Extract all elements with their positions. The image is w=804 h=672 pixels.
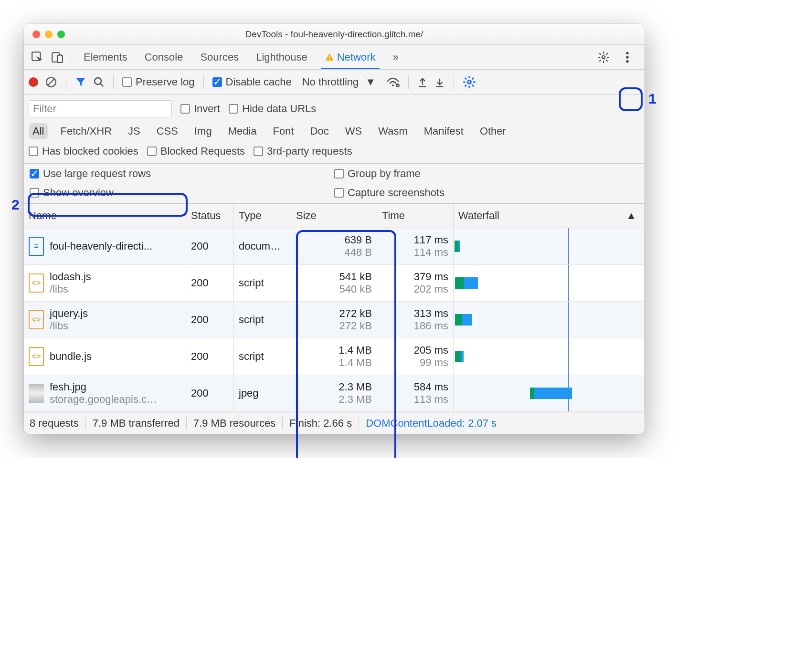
request-path: /libs	[50, 320, 88, 332]
time-cell: 313 ms186 ms	[377, 302, 454, 338]
status-cell: 200	[186, 302, 234, 338]
clear-icon[interactable]	[45, 76, 57, 88]
request-name: bundle.js	[50, 350, 92, 363]
disable-cache-checkbox[interactable]: ✓Disable cache	[212, 76, 292, 88]
tab-lighthouse[interactable]: Lighthouse	[247, 45, 316, 69]
type-cell: docum…	[234, 228, 291, 264]
capture-screenshots-checkbox[interactable]: Capture screenshots	[334, 187, 639, 199]
device-toggle-icon[interactable]	[48, 45, 67, 69]
invert-checkbox[interactable]: Invert	[180, 103, 220, 115]
tab-console[interactable]: Console	[136, 45, 192, 69]
filter-media[interactable]: Media	[224, 123, 261, 139]
titlebar: DevTools - foul-heavenly-direction.glitc…	[24, 24, 645, 45]
minimize-window-button[interactable]	[45, 31, 53, 38]
filter-input[interactable]: Filter	[29, 100, 172, 117]
network-toolbar: Preserve log ✓Disable cache No throttlin…	[24, 70, 645, 94]
table-row[interactable]: <> lodash.js/libs 200 script 541 kB540 k…	[24, 265, 645, 302]
network-summary: 8 requests 7.9 MB transferred 7.9 MB res…	[24, 412, 645, 434]
filter-all[interactable]: All	[29, 123, 48, 139]
col-waterfall[interactable]: Waterfall▲	[454, 204, 645, 228]
window-title: DevTools - foul-heavenly-direction.glitc…	[24, 29, 645, 40]
col-type[interactable]: Type	[234, 204, 291, 228]
time-cell: 117 ms114 ms	[377, 228, 454, 264]
group-by-frame-checkbox[interactable]: Group by frame	[334, 168, 639, 180]
warning-icon	[325, 52, 334, 62]
filter-manifest[interactable]: Manifest	[420, 123, 467, 139]
status-cell: 200	[186, 375, 234, 411]
window-traffic-lights	[24, 31, 65, 38]
tab-elements[interactable]: Elements	[75, 45, 136, 69]
col-size[interactable]: Size	[291, 204, 377, 228]
svg-rect-3	[329, 55, 330, 58]
type-cell: script	[234, 265, 291, 301]
svg-point-13	[392, 84, 394, 86]
blocked-requests-checkbox[interactable]: Blocked Requests	[147, 145, 245, 158]
export-har-icon[interactable]	[434, 77, 445, 87]
summary-finish: Finish: 2.66 s	[289, 417, 352, 430]
tab-network[interactable]: Network	[316, 45, 384, 69]
tab-sources[interactable]: Sources	[191, 45, 247, 69]
resource-type-filters: All Fetch/XHR JS CSS Img Media Font Doc …	[29, 120, 640, 142]
devtools-window: DevTools - foul-heavenly-direction.glitc…	[24, 24, 645, 434]
table-row[interactable]: <> bundle.js 200 script 1.4 MB1.4 MB 205…	[24, 338, 645, 375]
record-button[interactable]	[29, 77, 38, 87]
close-window-button[interactable]	[32, 31, 40, 38]
table-row[interactable]: ≡ foul-heavenly-directi... 200 docum… 63…	[24, 228, 645, 265]
search-icon[interactable]	[93, 76, 105, 88]
filter-ws[interactable]: WS	[341, 123, 366, 139]
status-cell: 200	[186, 228, 234, 264]
has-blocked-cookies-checkbox[interactable]: Has blocked cookies	[29, 145, 138, 158]
type-cell: jpeg	[234, 375, 291, 411]
col-name[interactable]: Name	[24, 204, 186, 228]
throttling-select[interactable]: No throttling ▼	[298, 75, 380, 89]
svg-point-17	[468, 80, 471, 84]
svg-rect-2	[57, 55, 63, 62]
filter-fetchxhr[interactable]: Fetch/XHR	[56, 123, 116, 139]
time-cell: 205 ms99 ms	[377, 338, 454, 375]
filter-doc[interactable]: Doc	[307, 123, 333, 139]
size-cell: 2.3 MB2.3 MB	[291, 375, 377, 411]
import-har-icon[interactable]	[417, 77, 428, 87]
type-cell: script	[234, 302, 291, 338]
svg-point-7	[626, 56, 628, 58]
col-time[interactable]: Time	[377, 204, 454, 228]
svg-point-6	[626, 52, 628, 54]
preserve-log-checkbox[interactable]: Preserve log	[122, 76, 195, 88]
waterfall-cell	[454, 302, 645, 338]
file-type-icon: ≡	[29, 237, 44, 256]
zoom-window-button[interactable]	[57, 31, 65, 38]
file-type-icon: <>	[29, 347, 44, 366]
file-type-icon: <>	[29, 273, 44, 293]
col-status[interactable]: Status	[186, 204, 234, 228]
filter-js[interactable]: JS	[124, 123, 144, 139]
filter-img[interactable]: Img	[190, 123, 216, 139]
network-conditions-icon[interactable]	[386, 77, 400, 87]
table-row[interactable]: fesh.jpgstorage.googleapis.c… 200 jpeg 2…	[24, 375, 645, 412]
filter-wasm[interactable]: Wasm	[374, 123, 412, 139]
filter-other[interactable]: Other	[476, 123, 510, 139]
tabs-overflow[interactable]: »	[384, 45, 407, 69]
panel-tabs: Elements Console Sources Lighthouse Netw…	[75, 45, 593, 69]
waterfall-cell	[454, 375, 645, 411]
third-party-checkbox[interactable]: 3rd-party requests	[254, 145, 352, 158]
filter-icon[interactable]	[75, 76, 86, 88]
disable-cache-label: Disable cache	[226, 76, 292, 88]
hide-data-urls-checkbox[interactable]: Hide data URLs	[229, 103, 316, 115]
settings-icon[interactable]	[594, 51, 613, 63]
kebab-menu-icon[interactable]	[618, 51, 637, 63]
divider	[71, 51, 71, 63]
show-overview-checkbox[interactable]: Show overview	[30, 187, 334, 199]
use-large-rows-checkbox[interactable]: ✓Use large request rows	[30, 168, 334, 180]
dropdown-icon: ▼	[365, 76, 376, 88]
network-settings-icon[interactable]	[463, 75, 476, 89]
size-cell: 272 kB272 kB	[291, 302, 377, 338]
table-row[interactable]: <> jquery.js/libs 200 script 272 kB272 k…	[24, 302, 645, 338]
filter-css[interactable]: CSS	[153, 123, 182, 139]
filter-bar: Filter Invert Hide data URLs All Fetch/X…	[24, 94, 645, 164]
filter-font[interactable]: Font	[269, 123, 298, 139]
svg-line-12	[100, 84, 103, 86]
inspect-icon[interactable]	[28, 45, 47, 69]
size-cell: 639 B448 B	[291, 228, 377, 264]
callout-1-label: 1	[648, 91, 656, 107]
status-cell: 200	[186, 265, 234, 301]
